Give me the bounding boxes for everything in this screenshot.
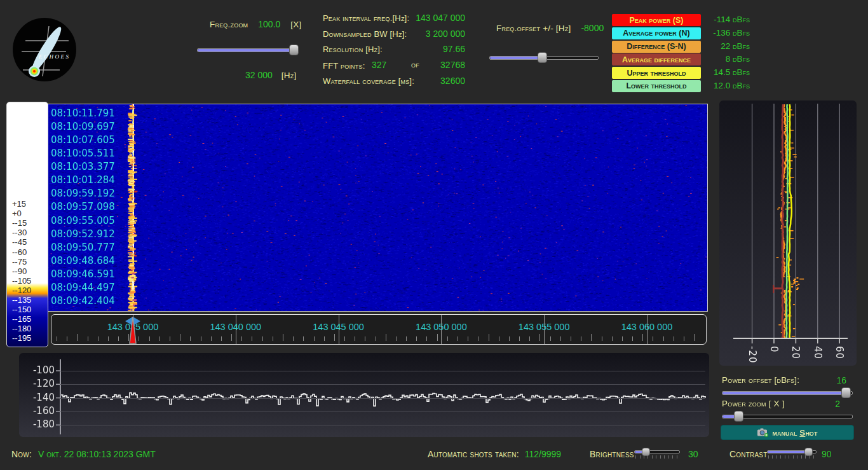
power-offset-slider-handle[interactable] bbox=[841, 387, 851, 398]
freq-axis-tick bbox=[406, 336, 407, 341]
manual-shot-pre: manual bbox=[773, 428, 800, 438]
freq-axis-tick bbox=[663, 336, 664, 341]
average-power-value: -136 dBfs bbox=[696, 27, 750, 40]
waterfall-timestamp: 08:09:55.005 bbox=[51, 215, 115, 228]
peak-power-value: -114 dBfs bbox=[696, 13, 750, 27]
brightness-slider[interactable] bbox=[634, 448, 680, 456]
freq-axis-tick bbox=[468, 336, 468, 341]
freq-axis-tick bbox=[180, 334, 180, 341]
spectrum-y-label: -160 bbox=[22, 405, 55, 417]
camera-icon bbox=[757, 428, 769, 437]
db-scale-label: --30 bbox=[12, 228, 27, 237]
contrast-label: Contrast bbox=[729, 449, 768, 459]
db-scale-label: --180 bbox=[12, 324, 31, 333]
freq-axis-label: 143 040 000 bbox=[210, 322, 261, 332]
peak-power-button[interactable]: Peak power (S) bbox=[612, 14, 701, 26]
freq-axis-tick bbox=[77, 334, 78, 341]
freq-zoom-slider[interactable] bbox=[197, 45, 297, 55]
db-scale-label: +15 bbox=[12, 199, 26, 209]
stat-resolution-label: Resolution [Hz]: bbox=[323, 45, 383, 54]
freq-offset-slider[interactable] bbox=[489, 52, 599, 63]
average-power-button[interactable]: Average power (N) bbox=[612, 27, 701, 39]
power-axis-label: 40 bbox=[812, 346, 824, 359]
power-zoom-slider-handle[interactable] bbox=[734, 411, 743, 422]
stat-fft-of: of bbox=[411, 60, 419, 69]
freq-axis-tick bbox=[159, 336, 160, 341]
stat-downsampled-bw-value: 3 200 000 bbox=[426, 29, 465, 39]
freq-axis-tick bbox=[355, 336, 355, 341]
freq-axis-label: 143 055 000 bbox=[519, 322, 570, 332]
waterfall-timestamp: 08:10:05.511 bbox=[51, 148, 115, 161]
freq-axis-tick bbox=[252, 336, 252, 341]
db-scale-label: --90 bbox=[12, 266, 27, 276]
freq-offset-slider-handle[interactable] bbox=[538, 52, 547, 63]
power-offset-label: Power offset [dBfs]: bbox=[722, 375, 799, 385]
freq-axis-tick bbox=[108, 336, 109, 341]
waterfall-timestamp: 08:09:57.098 bbox=[51, 201, 115, 214]
echoes-logo: ECHOES bbox=[13, 18, 76, 81]
freq-axis-tick bbox=[365, 336, 365, 341]
freq-axis-tick bbox=[221, 336, 222, 341]
difference-button[interactable]: Difference (S-N) bbox=[612, 41, 701, 53]
waterfall-timestamp: 08:10:09.697 bbox=[51, 121, 115, 134]
lower-threshold-button[interactable]: Lower threshold bbox=[612, 80, 701, 92]
freq-axis-tick bbox=[262, 336, 263, 341]
freq-axis-tick bbox=[602, 336, 602, 341]
freq-zoom-unit: [X] bbox=[290, 20, 301, 29]
power-zoom-slider[interactable] bbox=[722, 411, 853, 422]
peak-frequency-marker bbox=[126, 316, 140, 344]
now-label: Now: bbox=[11, 449, 32, 459]
freq-axis-tick bbox=[622, 336, 623, 341]
freq-axis-tick bbox=[376, 336, 376, 341]
upper-threshold-button[interactable]: Upper threshold bbox=[612, 67, 701, 79]
freq-axis-tick bbox=[684, 336, 684, 341]
contrast-slider[interactable] bbox=[767, 448, 817, 456]
freq-axis-tick bbox=[550, 336, 551, 341]
freq-axis-tick bbox=[386, 334, 386, 341]
logo-wordmark: ECHOES bbox=[38, 53, 71, 60]
freq-axis-tick bbox=[426, 336, 427, 341]
now-value: V окт. 22 08:10:13 2023 GMT bbox=[38, 449, 156, 459]
average-difference-value: 8 dBfs bbox=[696, 53, 750, 66]
power-offset-value: 16 bbox=[836, 375, 846, 385]
spectrum-y-label: -100 bbox=[22, 364, 55, 376]
db-scale-label: --135 bbox=[12, 295, 31, 305]
freq-axis-label: 143 045 000 bbox=[313, 322, 364, 332]
average-difference-button[interactable]: Average difference bbox=[612, 53, 701, 66]
freq-axis-tick bbox=[653, 336, 653, 341]
manual-shot-button[interactable]: manual Shot bbox=[721, 425, 854, 440]
freq-axis-tick bbox=[571, 336, 571, 341]
db-scale-label: +0 bbox=[12, 209, 22, 218]
freq-axis-tick bbox=[396, 336, 397, 341]
spectrum-gridline bbox=[60, 425, 705, 425]
freq-axis-tick bbox=[612, 336, 613, 341]
spectrum-panel: -100-120-140-160-180 bbox=[19, 353, 709, 437]
freq-axis-tick bbox=[211, 336, 212, 341]
measure-buttons: Peak power (S)Average power (N)Differenc… bbox=[612, 14, 701, 93]
upper-threshold-value: 14.5 dBfs bbox=[696, 66, 750, 79]
power-history-panel: -200204060 bbox=[719, 100, 857, 366]
power-zoom-label: Power zoom [ X ] bbox=[722, 399, 785, 409]
freq-axis-tick bbox=[57, 336, 57, 341]
echoes-app: ECHOES Freq.zoom 100.0 [X] 32 000 [Hz] P… bbox=[0, 0, 868, 470]
freq-zoom-value: 100.0 bbox=[258, 19, 280, 29]
manual-shot-post: hot bbox=[805, 428, 817, 438]
power-zoom-value: 2 bbox=[835, 399, 840, 409]
freq-axis-tick bbox=[529, 336, 530, 341]
spectrum-gridline bbox=[60, 384, 705, 385]
freq-axis-tick bbox=[88, 336, 88, 341]
freq-zoom-label: Freq.zoom bbox=[210, 20, 248, 29]
freq-axis-tick bbox=[334, 334, 335, 341]
freq-axis-tick bbox=[231, 334, 232, 341]
db-scale-label: --150 bbox=[12, 305, 31, 314]
stat-downsampled-bw-label: Downsampled BW [Hz]: bbox=[323, 29, 407, 39]
power-offset-slider[interactable] bbox=[722, 387, 853, 398]
waterfall-timestamp: 08:09:46.591 bbox=[51, 268, 115, 282]
db-scale-label: --15 bbox=[12, 218, 27, 228]
shots-value: 112/9999 bbox=[525, 449, 561, 459]
freq-axis-tick bbox=[447, 336, 448, 341]
shots-label: Automatic shots taken: bbox=[428, 449, 519, 459]
freq-zoom-slider-handle[interactable] bbox=[289, 45, 299, 55]
freq-axis-tick bbox=[674, 336, 674, 341]
brightness-value: 30 bbox=[688, 449, 698, 459]
